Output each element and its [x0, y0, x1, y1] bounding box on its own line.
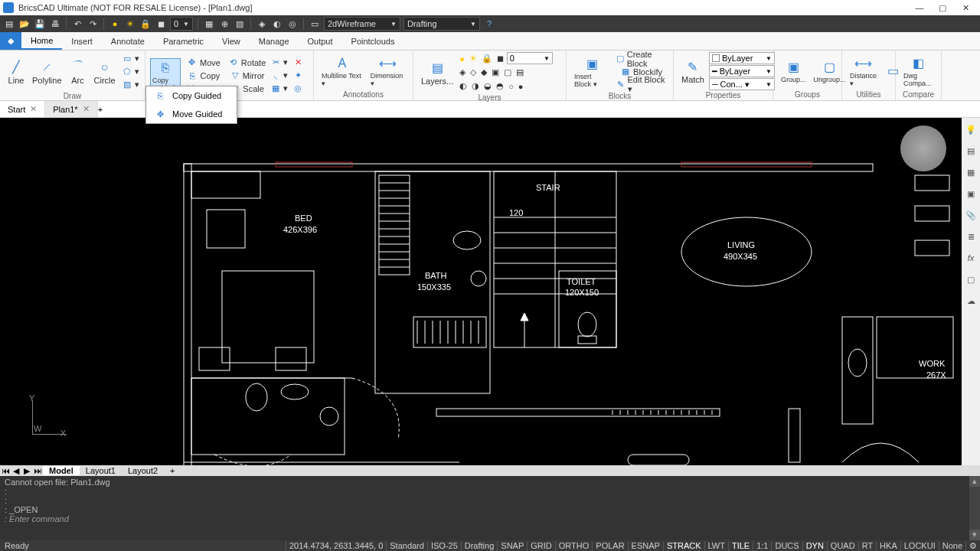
- tab-output[interactable]: Output: [299, 32, 342, 50]
- layer-lock2-icon[interactable]: 🔒: [480, 52, 494, 65]
- status-none[interactable]: None: [939, 541, 965, 551]
- polygon-button[interactable]: ⬠▾: [120, 65, 141, 78]
- bulb-icon[interactable]: 💡: [964, 122, 978, 136]
- status-esnap[interactable]: ESNAP: [628, 541, 663, 551]
- rect-button[interactable]: ▭▾: [120, 52, 141, 65]
- polyline-button[interactable]: ⟋Polyline: [29, 58, 65, 86]
- menu-copy-guided[interactable]: ⎘Copy Guided: [146, 86, 237, 105]
- laytool1-icon[interactable]: ◈: [458, 66, 467, 79]
- layer-sun-icon[interactable]: ☀: [124, 18, 136, 30]
- tag-icon[interactable]: ▢: [964, 272, 978, 286]
- trim-button[interactable]: ✂▾: [269, 56, 289, 69]
- status-ducs[interactable]: DUCS: [771, 541, 802, 551]
- lineweight-combo[interactable]: ━ ByLayer▼: [709, 65, 775, 77]
- view-cube[interactable]: [900, 126, 946, 171]
- status-lockui[interactable]: LOCKUI: [900, 541, 939, 551]
- menu-move-guided[interactable]: ✥Move Guided: [146, 105, 237, 123]
- status-iso25[interactable]: ISO-25: [427, 541, 461, 551]
- tab-parametric[interactable]: Parametric: [154, 32, 213, 50]
- laytool5-icon[interactable]: ▢: [502, 66, 513, 79]
- rotate-button[interactable]: ⟲Rotate: [227, 56, 267, 69]
- status-drafting[interactable]: Drafting: [461, 541, 498, 551]
- hatch-icon[interactable]: ▨: [234, 18, 246, 30]
- render-icon[interactable]: ◈: [256, 18, 268, 30]
- create-block-button[interactable]: ▢Create Block: [614, 52, 668, 65]
- close-button[interactable]: ✕: [954, 3, 977, 13]
- layers-button[interactable]: ▤Layers...: [418, 59, 456, 86]
- layer-lock-icon[interactable]: 🔒: [139, 18, 152, 30]
- layer-freeze-icon[interactable]: ☀: [468, 52, 479, 65]
- layer-on-icon[interactable]: ●: [458, 52, 466, 65]
- new-icon[interactable]: ▤: [3, 18, 15, 30]
- laytool8-icon[interactable]: ◑: [470, 80, 481, 93]
- dimension-button[interactable]: ⟷Dimension ▾: [368, 54, 408, 88]
- tab-pointclouds[interactable]: Pointclouds: [342, 32, 404, 50]
- status-snap[interactable]: SNAP: [497, 541, 527, 551]
- mtext-button[interactable]: AMultiline Text ▾: [318, 54, 366, 88]
- cloud-icon[interactable]: ☁: [964, 294, 978, 308]
- tab-view[interactable]: View: [213, 32, 250, 50]
- layout-prev-button[interactable]: ◀: [11, 466, 21, 476]
- box-icon[interactable]: ▭: [309, 18, 321, 30]
- layer-combo[interactable]: 0▼: [170, 17, 193, 31]
- linetype-combo[interactable]: ─ Con... ▾▼: [709, 78, 775, 90]
- close-icon[interactable]: ✕: [83, 104, 90, 114]
- laytool12-icon[interactable]: ●: [517, 80, 525, 93]
- insert-block-button[interactable]: ▣Insert Block ▾: [571, 55, 612, 89]
- status-dyn[interactable]: DYN: [802, 541, 827, 551]
- layer-color2-icon[interactable]: ◼: [495, 52, 505, 65]
- laytool4-icon[interactable]: ▣: [490, 66, 501, 79]
- undo-icon[interactable]: ↶: [71, 18, 83, 30]
- layer-color-icon[interactable]: ◼: [155, 18, 167, 30]
- status-ortho[interactable]: ORTHO: [555, 541, 593, 551]
- layers-icon[interactable]: ≣: [964, 230, 978, 243]
- visual-style-combo[interactable]: 2dWireframe▼: [324, 17, 400, 31]
- tab-insert[interactable]: Insert: [62, 32, 102, 50]
- status-scale[interactable]: 1:1: [753, 541, 771, 551]
- print-icon[interactable]: 🖶: [49, 18, 61, 30]
- save-icon[interactable]: 💾: [34, 18, 46, 30]
- palette1-icon[interactable]: ▤: [964, 144, 978, 158]
- layer-dropdown[interactable]: 0▼: [507, 52, 553, 64]
- status-rt[interactable]: RT: [858, 541, 876, 551]
- material-icon[interactable]: ◎: [286, 18, 299, 30]
- circle-button[interactable]: ○Circle: [91, 58, 119, 86]
- laytool6-icon[interactable]: ▤: [514, 66, 525, 79]
- status-grid[interactable]: GRID: [527, 541, 555, 551]
- command-line[interactable]: Cannot open file: Plan1.dwg : : : _OPEN …: [0, 476, 980, 540]
- edit-block-button[interactable]: ✎Edit Block ▾: [614, 78, 668, 91]
- move-button[interactable]: ✥Move: [182, 56, 225, 69]
- tab-home[interactable]: Home: [21, 32, 62, 50]
- mirror-button[interactable]: ▽Mirror: [227, 69, 267, 82]
- copy-button[interactable]: ⎘Copy: [182, 69, 225, 82]
- layout-last-button[interactable]: ⏭: [32, 466, 43, 475]
- match-button[interactable]: ✎Match: [678, 57, 707, 85]
- tab-manage[interactable]: Manage: [250, 32, 299, 50]
- command-prompt[interactable]: : Enter command: [5, 514, 975, 523]
- laytool3-icon[interactable]: ◆: [479, 66, 488, 79]
- tab-start[interactable]: Start✕: [0, 101, 45, 117]
- app-menu-button[interactable]: ◆: [0, 32, 21, 50]
- status-strack[interactable]: STRACK: [663, 541, 704, 551]
- add-tab-button[interactable]: +: [98, 105, 103, 114]
- array-button[interactable]: ▦▾: [269, 82, 289, 95]
- maximize-button[interactable]: ▢: [931, 3, 954, 13]
- layout-2[interactable]: Layout2: [122, 466, 164, 475]
- grid-icon[interactable]: ▦: [203, 18, 215, 30]
- distance-button[interactable]: ⟷Distance ▾: [847, 54, 880, 88]
- palette2-icon[interactable]: ▦: [964, 165, 978, 179]
- laytool2-icon[interactable]: ◇: [469, 66, 478, 79]
- fx-icon[interactable]: fx: [964, 251, 978, 265]
- offset-button[interactable]: ◎: [291, 82, 305, 95]
- clip-icon[interactable]: 📎: [964, 208, 978, 222]
- laytool7-icon[interactable]: ◐: [458, 80, 469, 93]
- layout-model[interactable]: Model: [43, 466, 80, 475]
- help-icon[interactable]: ?: [483, 18, 495, 30]
- color-combo[interactable]: ByLayer▼: [709, 52, 775, 64]
- redo-icon[interactable]: ↷: [87, 18, 99, 30]
- layout-add-button[interactable]: +: [164, 466, 181, 475]
- tab-annotate[interactable]: Annotate: [102, 32, 154, 50]
- status-coords[interactable]: 2014.4734, 2631.3445, 0: [286, 541, 386, 551]
- cmd-scrollbar[interactable]: ▴▾: [969, 476, 980, 540]
- status-hka[interactable]: HKA: [876, 541, 900, 551]
